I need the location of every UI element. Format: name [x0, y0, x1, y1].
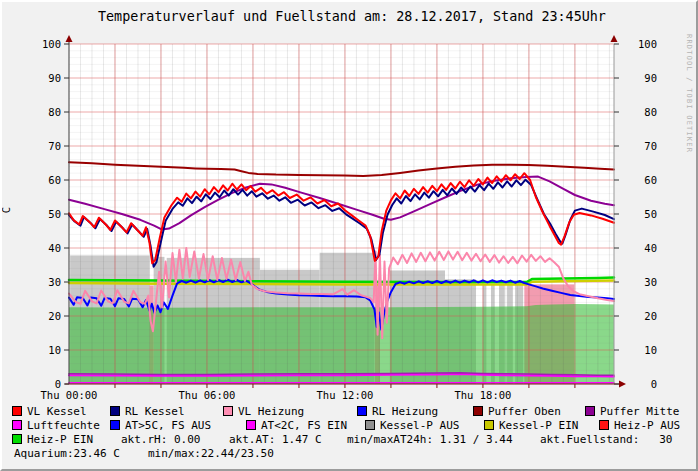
y-axis-label: C	[0, 207, 12, 213]
svg-text:60: 60	[48, 174, 61, 186]
svg-text:30: 30	[644, 276, 657, 288]
legend-kessel-p-aus: Kessel-P AUS	[365, 420, 459, 431]
svg-text:Thu 12:00: Thu 12:00	[316, 389, 373, 401]
legend-kessel-p-aus-swatch	[365, 420, 375, 430]
stat-aquarium-temp-label: Aquarium:23.46 C	[14, 447, 120, 460]
rrdtool-watermark: RRDTOOL / TOBI OETIKER	[685, 34, 693, 153]
svg-text:90: 90	[644, 72, 657, 84]
svg-text:10: 10	[644, 344, 657, 356]
svg-text:90: 90	[48, 72, 61, 84]
legend-kessel-p-ein-swatch	[484, 420, 494, 430]
legend-puffer-mitte: Puffer Mitte	[585, 406, 679, 417]
svg-text:Thu 18:00: Thu 18:00	[454, 389, 511, 401]
legend-luftfeuchte-label: Luftfeuchte	[27, 419, 100, 432]
stat-aquarium-temp: Aquarium:23.46 C	[14, 448, 120, 459]
legend-kessel-p-aus-label: Kessel-P AUS	[380, 419, 459, 432]
legend-rl-heizung-swatch	[357, 406, 367, 416]
legend-rl-heizung-label: RL Heizung	[372, 405, 438, 418]
svg-text:Thu 00:00: Thu 00:00	[41, 389, 98, 401]
svg-text:20: 20	[48, 310, 61, 322]
stat-aquarium-min-max-label: min/max:22.44/23.50	[148, 447, 274, 460]
legend-at-2c-fs-ein-swatch	[246, 420, 256, 430]
legend-at-5c-fs-aus: AT>5C, FS AUS	[110, 420, 211, 431]
legend-heiz-p-ein-swatch	[12, 434, 22, 444]
svg-text:70: 70	[48, 140, 61, 152]
legend-at-2c-fs-ein-label: AT<2C, FS EIN	[261, 419, 347, 432]
svg-text:100: 100	[42, 38, 61, 50]
legend-rl-kessel-label: RL Kessel	[125, 405, 185, 418]
svg-text:100: 100	[638, 38, 657, 50]
legend-puffer-oben-label: Puffer Oben	[488, 405, 561, 418]
legend-luftfeuchte: Luftfeuchte	[12, 420, 100, 431]
rrd-graph-panel: Temperaturverlauf und Fuellstand am: 28.…	[0, 0, 698, 471]
stat-akt-fuellstand: akt.Fuellstand: 30	[540, 434, 672, 445]
stat-akt-rh: akt.rH: 0.00	[121, 434, 200, 445]
svg-text:80: 80	[48, 106, 61, 118]
stat-akt-fuellstand-label: akt.Fuellstand: 30	[540, 433, 672, 446]
legend-heiz-p-aus-swatch	[599, 420, 609, 430]
legend-vl-heizung-label: VL Heizung	[238, 405, 304, 418]
svg-text:10: 10	[48, 344, 61, 356]
legend-vl-heizung-swatch	[223, 406, 233, 416]
svg-text:60: 60	[644, 174, 657, 186]
legend-luftfeuchte-swatch	[12, 420, 22, 430]
legend-kessel-p-ein-label: Kessel-P EIN	[499, 419, 578, 432]
stat-akt-rh-label: akt.rH: 0.00	[121, 433, 200, 446]
legend-puffer-oben-swatch	[473, 406, 483, 416]
legend-heiz-p-aus: Heiz-P AUS	[599, 420, 680, 431]
legend-vl-kessel-label: VL Kessel	[27, 405, 87, 418]
svg-text:0: 0	[651, 378, 657, 390]
stat-min-max-at24h-label: min/maxAT24h: 1.31 / 3.44	[347, 433, 513, 446]
svg-text:40: 40	[48, 242, 61, 254]
svg-text:40: 40	[644, 242, 657, 254]
stat-akt-at: akt.AT: 1.47 C	[229, 434, 322, 445]
svg-text:70: 70	[644, 140, 657, 152]
svg-text:20: 20	[644, 310, 657, 322]
legend-at-2c-fs-ein: AT<2C, FS EIN	[246, 420, 347, 431]
legend-rl-kessel-swatch	[110, 406, 120, 416]
svg-text:Thu 06:00: Thu 06:00	[179, 389, 236, 401]
legend-kessel-p-ein: Kessel-P EIN	[484, 420, 578, 431]
stat-akt-at-label: akt.AT: 1.47 C	[229, 433, 322, 446]
svg-text:50: 50	[644, 208, 657, 220]
legend-vl-kessel: VL Kessel	[12, 406, 87, 417]
svg-text:30: 30	[48, 276, 61, 288]
svg-text:80: 80	[644, 106, 657, 118]
legend-at-5c-fs-aus-swatch	[110, 420, 120, 430]
legend-vl-kessel-swatch	[12, 406, 22, 416]
legend-rl-kessel: RL Kessel	[110, 406, 185, 417]
stat-aquarium-min-max: min/max:22.44/23.50	[148, 448, 274, 459]
legend-rl-heizung: RL Heizung	[357, 406, 438, 417]
svg-text:50: 50	[48, 208, 61, 220]
legend-puffer-oben: Puffer Oben	[473, 406, 561, 417]
legend-heiz-p-aus-label: Heiz-P AUS	[614, 419, 680, 432]
legend-vl-heizung: VL Heizung	[223, 406, 304, 417]
legend-at-5c-fs-aus-label: AT>5C, FS AUS	[125, 419, 211, 432]
svg-text:0: 0	[55, 378, 61, 390]
temperature-chart: 0010102020303040405050606070708080909010…	[2, 2, 698, 404]
legend-puffer-mitte-label: Puffer Mitte	[600, 405, 679, 418]
stat-min-max-at24h: min/maxAT24h: 1.31 / 3.44	[347, 434, 513, 445]
legend-puffer-mitte-swatch	[585, 406, 595, 416]
legend-heiz-p-ein-label: Heiz-P EIN	[27, 433, 93, 446]
legend-heiz-p-ein: Heiz-P EIN	[12, 434, 93, 445]
